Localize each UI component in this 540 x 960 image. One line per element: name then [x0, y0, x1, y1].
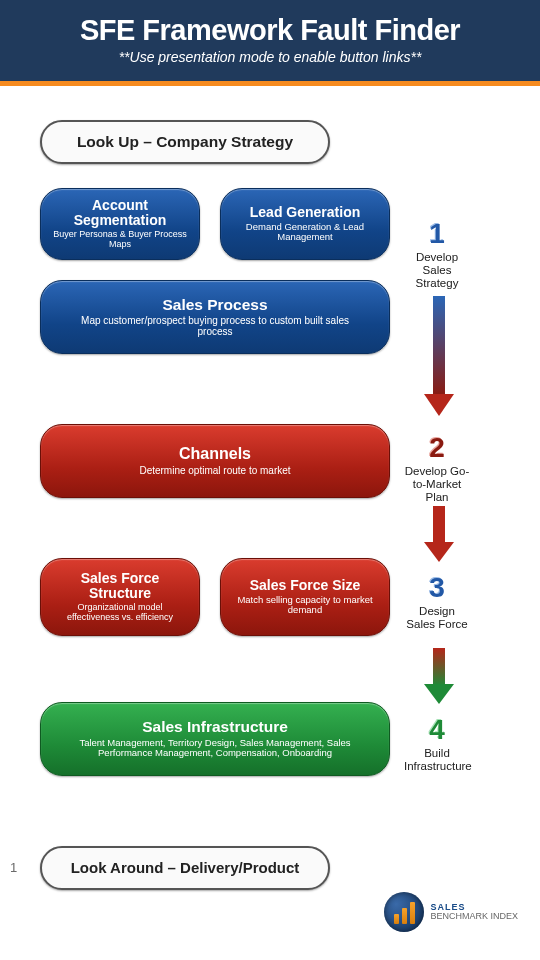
look-around-button[interactable]: Look Around – Delivery/Product — [40, 846, 330, 890]
arrow-down-icon — [424, 648, 454, 704]
sales-infrastructure-button[interactable]: Sales Infrastructure Talent Management, … — [40, 702, 390, 776]
lead-generation-button[interactable]: Lead Generation Demand Generation & Lead… — [220, 188, 390, 260]
sales-force-structure-title: Sales Force Structure — [51, 571, 189, 600]
lead-generation-title: Lead Generation — [231, 205, 379, 220]
step-2-label: Develop Go-to-Market Plan — [404, 465, 470, 504]
step-3-number: 3 — [404, 572, 470, 603]
step-1-number: 1 — [404, 218, 470, 249]
slide-title: SFE Framework Fault Finder — [18, 14, 522, 47]
step-4-number: 4 — [404, 714, 470, 745]
step-2-number: 2 — [404, 432, 470, 463]
svg-rect-2 — [433, 506, 445, 544]
sales-force-size-title: Sales Force Size — [231, 578, 379, 593]
sales-force-size-button[interactable]: Sales Force Size Match selling capacity … — [220, 558, 390, 636]
lookup-button[interactable]: Look Up – Company Strategy — [40, 120, 330, 164]
sales-force-structure-button[interactable]: Sales Force Structure Organizational mod… — [40, 558, 200, 636]
step-3: 3 Design Sales Force — [404, 572, 470, 631]
sales-force-size-sub: Match selling capacity to market demand — [231, 595, 379, 616]
account-segmentation-sub: Buyer Personas & Buyer Process Maps — [51, 230, 189, 250]
footer-brand: SALES BENCHMARK INDEX — [430, 903, 518, 922]
arrow-down-icon — [424, 296, 454, 416]
account-segmentation-title: Account Segmentation — [51, 198, 189, 227]
lead-generation-sub: Demand Generation & Lead Management — [231, 222, 379, 243]
step-4-label: Build Infrastructure — [404, 747, 470, 773]
step-4: 4 Build Infrastructure — [404, 714, 470, 773]
sales-process-title: Sales Process — [51, 297, 379, 313]
sales-process-sub: Map customer/prospect buying process to … — [51, 315, 379, 337]
sales-infrastructure-sub: Talent Management, Territory Design, Sal… — [51, 738, 379, 759]
svg-rect-0 — [433, 296, 445, 396]
account-segmentation-button[interactable]: Account Segmentation Buyer Personas & Bu… — [40, 188, 200, 260]
svg-marker-5 — [424, 684, 454, 704]
sales-force-structure-sub: Organizational model effectiveness vs. e… — [51, 603, 189, 623]
channels-button[interactable]: Channels Determine optimal route to mark… — [40, 424, 390, 498]
sales-process-button[interactable]: Sales Process Map customer/prospect buyi… — [40, 280, 390, 354]
step-2: 2 Develop Go-to-Market Plan — [404, 432, 470, 504]
step-1-label: Develop Sales Strategy — [404, 251, 470, 290]
step-3-label: Design Sales Force — [404, 605, 470, 631]
slide-body: Look Up – Company Strategy Account Segme… — [0, 86, 540, 954]
look-around-label: Look Around – Delivery/Product — [52, 860, 318, 876]
svg-rect-4 — [433, 648, 445, 686]
step-1: 1 Develop Sales Strategy — [404, 218, 470, 290]
sales-infrastructure-title: Sales Infrastructure — [51, 719, 379, 735]
arrow-down-icon — [424, 506, 454, 562]
page-number: 1 — [10, 860, 17, 875]
footer-logo: SALES BENCHMARK INDEX — [384, 892, 518, 932]
channels-sub: Determine optimal route to market — [51, 465, 379, 476]
slide-subtitle: **Use presentation mode to enable button… — [18, 49, 522, 65]
lookup-label: Look Up – Company Strategy — [52, 134, 318, 150]
svg-marker-3 — [424, 542, 454, 562]
channels-title: Channels — [51, 446, 379, 463]
slide-header: SFE Framework Fault Finder **Use present… — [0, 0, 540, 86]
svg-marker-1 — [424, 394, 454, 416]
bar-chart-icon — [384, 892, 424, 932]
